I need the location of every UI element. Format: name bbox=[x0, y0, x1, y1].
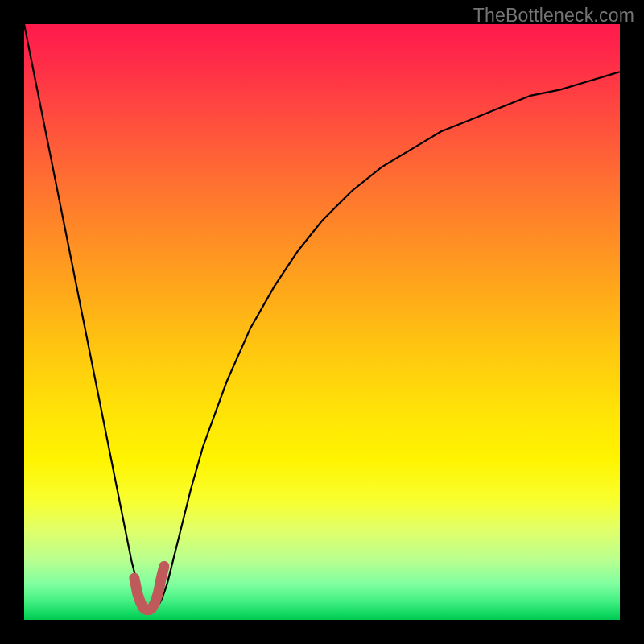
chart-svg bbox=[24, 24, 620, 620]
bottleneck-curve bbox=[24, 24, 620, 609]
plot-area bbox=[24, 24, 620, 620]
chart-frame: TheBottleneck.com bbox=[0, 0, 644, 644]
watermark-text: TheBottleneck.com bbox=[473, 5, 634, 27]
optimal-marker bbox=[134, 566, 164, 609]
